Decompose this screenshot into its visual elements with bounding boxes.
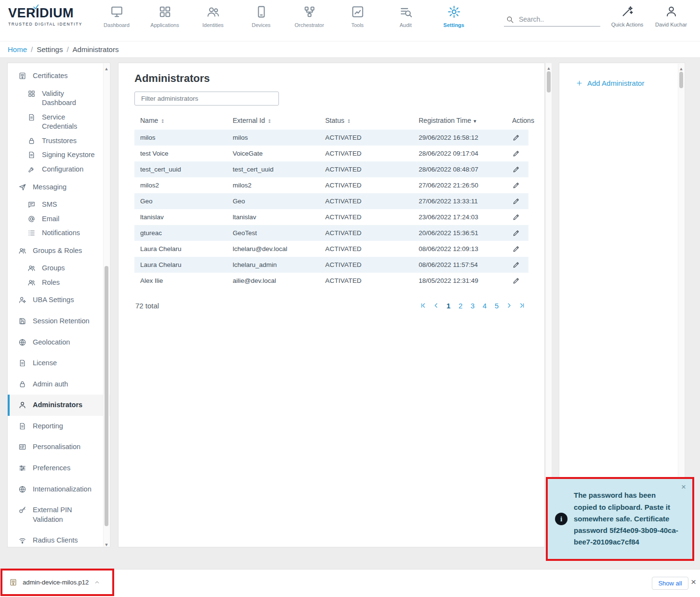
scroll-up-button[interactable]: ▲ [546,64,552,70]
download-chip[interactable]: admin-device-milos.p12 [9,578,100,586]
edit-button[interactable] [512,245,520,253]
sidebar-item-license[interactable]: License [8,353,110,374]
cell-registration-time: 08/06/2022 11:57:54 [413,257,506,273]
sidebar-item-personalisation[interactable]: Personalisation [8,437,110,458]
page-2-button[interactable]: 2 [456,300,465,311]
table-row[interactable]: milos2milos2ACTIVATED27/06/2022 21:26:50 [134,177,528,193]
sidebar-item-truststores[interactable]: Truststores [8,134,110,148]
quick-actions-button[interactable]: Quick Actions [610,5,645,27]
sidebar-item-certificates[interactable]: Certificates [8,66,110,87]
toast-close-button[interactable]: × [679,481,688,493]
sidebar-item-groups-roles[interactable]: Groups & Roles [8,240,110,262]
sidebar-item-messaging[interactable]: Messaging [8,177,110,198]
breadcrumb-item-settings[interactable]: Settings [37,45,63,53]
nav-item-identities[interactable]: Identities [189,5,237,28]
column-header-name[interactable]: Name↕ [134,111,227,130]
edit-button[interactable] [512,133,520,142]
user-name-label: David Kuchar [655,22,687,27]
table-row[interactable]: Alex Ilieailie@dev.localACTIVATED18/05/2… [134,273,528,289]
edit-button[interactable] [512,165,520,173]
column-header-registration-time[interactable]: Registration Time▾ [413,111,506,130]
chevron-up-icon[interactable] [94,579,100,585]
last-page-button[interactable] [517,300,528,311]
sidebar-item-signing-keystore[interactable]: Signing Keystore [8,148,110,162]
nav-item-tools[interactable]: Tools [333,5,382,28]
uba-settings-icon [18,296,26,304]
sidebar-item-radius-clients[interactable]: Radius Clients [8,530,110,547]
edit-button[interactable] [512,197,520,205]
sidebar-item-email[interactable]: Email [8,212,110,226]
edit-button[interactable] [512,149,520,158]
sidebar-item-external-pin-validation[interactable]: External PIN Validation [8,500,110,530]
table-row[interactable]: ltanislavltanislavACTIVATED23/06/2022 17… [134,209,528,225]
page-5-button[interactable]: 5 [492,300,502,311]
table-row[interactable]: test_cert_uuidtest_cert_uuidACTIVATED28/… [134,161,528,177]
main-scrollbar[interactable]: ▲ ▼ [545,63,552,547]
scroll-up-button[interactable]: ▲ [104,64,109,71]
table-row[interactable]: GeoGeoACTIVATED27/06/2022 13:33:11 [134,193,528,209]
table-row[interactable]: Laura Chelarulchelaru_adminACTIVATED08/0… [134,257,528,273]
cell-actions [506,177,528,193]
veridium-logo[interactable]: VERIDIUM TRUSTED DIGITAL IDENTITY [8,7,82,27]
table-row[interactable]: gtureacGeoTestACTIVATED20/06/2022 15:36:… [134,225,528,241]
page-4-button[interactable]: 4 [480,300,489,311]
sidebar-item-admin-auth[interactable]: Admin auth [8,374,110,395]
sidebar-item-uba-settings[interactable]: UBA Settings [8,290,110,311]
download-bar-close-button[interactable]: × [689,575,698,588]
sidebar-item-notifications[interactable]: Notifications [8,226,110,240]
search-box[interactable] [504,13,600,27]
edit-button[interactable] [512,229,520,237]
sidebar-item-configuration[interactable]: Configuration [8,162,110,177]
next-page-button[interactable] [504,300,515,311]
sidebar-scrollbar[interactable]: ▲ ▼ [103,64,109,547]
add-administrator-button[interactable]: Add Administrator [576,79,685,87]
sidebar-item-geolocation[interactable]: Geolocation [8,332,110,353]
scroll-down-button[interactable]: ▼ [104,540,109,547]
scrollbar-thumb[interactable] [679,72,683,88]
edit-button[interactable] [512,213,520,221]
filter-input[interactable] [134,92,279,106]
sidebar-item-administrators[interactable]: Administrators [8,395,110,416]
nav-item-applications[interactable]: Applications [141,5,189,28]
edit-button[interactable] [512,181,520,189]
table-row[interactable]: Laura Chelarulchelaru@dev.localACTIVATED… [134,241,528,257]
edit-button[interactable] [512,261,520,269]
nav-item-dashboard[interactable]: Dashboard [92,5,141,28]
column-header-external-id[interactable]: External Id↕ [227,111,319,130]
first-page-button[interactable] [418,300,428,311]
nav-item-audit[interactable]: Audit [382,5,430,28]
column-header-status[interactable]: Status↕ [319,111,413,130]
previous-page-button[interactable] [431,300,441,311]
table-row[interactable]: test VoiceVoiceGateACTIVATED28/06/2022 0… [134,146,528,161]
nav-item-devices[interactable]: Devices [237,5,285,28]
sidebar-item-reporting[interactable]: Reporting [8,416,110,437]
cell-external-id: lchelaru_admin [227,257,319,273]
sidebar-item-preferences[interactable]: Preferences [8,458,110,479]
show-all-button[interactable]: Show all [652,577,688,590]
logo-tagline: TRUSTED DIGITAL IDENTITY [8,22,82,27]
breadcrumb-item-home[interactable]: Home [8,45,27,53]
sidebar-item-sms[interactable]: SMS [8,198,110,212]
sidebar-item-service-credentials[interactable]: Service Credentials [8,110,110,134]
sidebar-item-label: Session Retention [33,317,90,326]
nav-item-label: Orchestrator [294,22,324,28]
page-3-button[interactable]: 3 [468,300,477,311]
sidebar-item-groups[interactable]: Groups [8,261,110,276]
sidebar-item-internationalization[interactable]: Internationalization [8,479,110,500]
detail-scrollbar[interactable]: ▲ ▼ [678,64,684,547]
edit-button[interactable] [512,277,520,285]
detail-panel: Add Administrator ▲ ▼ [559,63,685,547]
table-row[interactable]: milosmilosACTIVATED29/06/2022 16:58:12 [134,130,528,146]
nav-item-settings[interactable]: Settings [430,5,478,28]
sidebar-item-validity-dashboard[interactable]: Validity Dashboard [8,87,110,110]
search-input[interactable] [519,15,598,23]
scrollbar-thumb[interactable] [547,71,551,93]
scrollbar-thumb[interactable] [105,266,108,526]
scroll-up-button[interactable]: ▲ [678,64,684,71]
user-menu[interactable]: David Kuchar [653,5,689,27]
page-1-button[interactable]: 1 [444,300,453,311]
sidebar-item-roles[interactable]: Roles [8,276,110,290]
sidebar-item-session-retention[interactable]: Session Retention [8,311,110,332]
sidebar-item-label: Messaging [33,183,66,192]
nav-item-orchestrator[interactable]: Orchestrator [285,5,333,28]
